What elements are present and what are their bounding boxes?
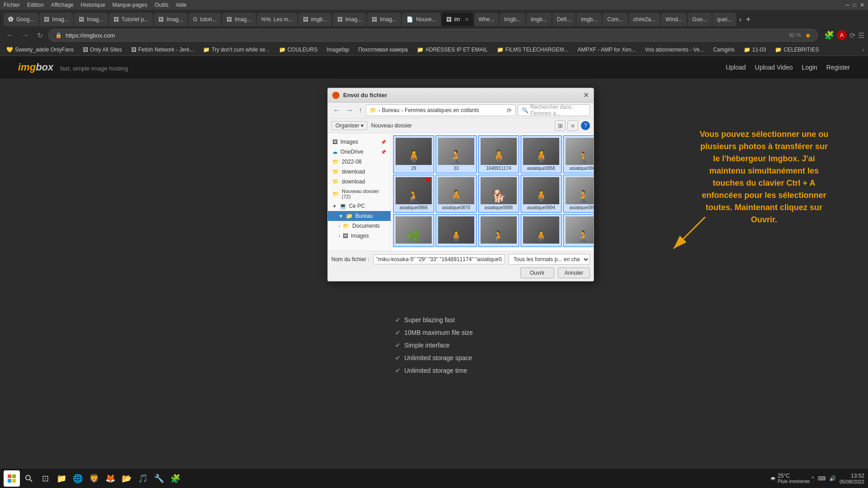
bookmark-celebrities[interactable]: 📁 CELEBRITIES bbox=[772, 46, 821, 54]
explorer-button[interactable]: 📁 bbox=[54, 471, 69, 486]
menu-aide[interactable]: Aide bbox=[176, 2, 187, 8]
tab-8[interactable]: 🖼 imgb... bbox=[298, 13, 332, 26]
image-thumb-10[interactable]: 🌿 bbox=[393, 214, 434, 247]
nav-upload[interactable]: Upload bbox=[726, 64, 745, 71]
tab-4[interactable]: 🖼 Imag... bbox=[154, 13, 188, 26]
dialog-back-button[interactable]: ← bbox=[331, 105, 342, 115]
image-thumb-14[interactable]: 🧎 bbox=[563, 214, 594, 247]
search-bar[interactable]: 🔍 Rechercher dans : Femmes a... bbox=[518, 104, 590, 116]
start-button[interactable] bbox=[4, 470, 20, 487]
browser-taskbar-button[interactable]: 🌐 bbox=[71, 471, 85, 486]
tab-5[interactable]: G tutori... bbox=[189, 13, 221, 26]
dialog-close-button[interactable]: ✕ bbox=[583, 91, 589, 99]
window-maximize[interactable]: □ bbox=[853, 2, 856, 8]
path-bar[interactable]: 📁 › Bureau › Femmes asiatiques en collan… bbox=[366, 104, 516, 116]
help-button[interactable]: ? bbox=[581, 121, 590, 130]
volume-icon[interactable]: 🔊 bbox=[829, 475, 836, 482]
search-taskbar-button[interactable] bbox=[22, 471, 36, 486]
tab-18[interactable]: Com... bbox=[603, 13, 627, 26]
organize-button[interactable]: Organiser ▾ bbox=[331, 121, 368, 130]
dialog-forward-button[interactable]: → bbox=[344, 105, 355, 115]
sidebar-download-2[interactable]: 📁 download bbox=[328, 177, 391, 187]
image-thumb-8[interactable]: 🧍 asiatique0894 bbox=[520, 174, 562, 213]
tab-2[interactable]: 🖼 Imag... bbox=[74, 13, 108, 26]
back-button[interactable]: ← bbox=[4, 30, 16, 40]
extra-button[interactable]: 🧩 bbox=[168, 471, 183, 486]
tab-10[interactable]: 🖼 Imag... bbox=[367, 13, 401, 26]
nav-register[interactable]: Register bbox=[826, 64, 850, 71]
profile-icon[interactable]: A bbox=[837, 30, 847, 40]
bookmark-ampxf[interactable]: AMPXF - AMP for Xen... bbox=[575, 46, 638, 54]
menu-affichage[interactable]: Affichage bbox=[51, 2, 74, 8]
bookmark-only-all-sites[interactable]: 🖼 Only All Sites bbox=[80, 46, 125, 54]
image-thumb-3[interactable]: 🧍 asiatique0858 bbox=[520, 135, 562, 174]
brave-button[interactable]: 🦁 bbox=[87, 471, 101, 486]
tab-overflow-icon[interactable]: › bbox=[739, 15, 741, 23]
bookmark-camgirls[interactable]: Camgirls bbox=[710, 46, 737, 54]
menu-fichier[interactable]: Fichier bbox=[4, 2, 20, 8]
tab-20[interactable]: Wind... bbox=[661, 13, 687, 26]
tab-9[interactable]: 🖼 Imag... bbox=[333, 13, 367, 26]
view-large-icon-button[interactable]: ⊞ bbox=[555, 120, 566, 131]
sidebar-onedrive[interactable]: ☁ OneDrive 📌 bbox=[328, 147, 391, 157]
image-thumb-1[interactable]: 🧎 33 bbox=[435, 135, 477, 174]
bookmark-try[interactable]: 📁 Try don't cum while se... bbox=[200, 46, 273, 54]
bookmark-vos[interactable]: Vos abonnements - Ve... bbox=[642, 46, 707, 54]
nav-upload-video[interactable]: Upload Video bbox=[755, 64, 793, 71]
sync-icon[interactable]: ⟳ bbox=[849, 31, 855, 40]
menu-edition[interactable]: Edition bbox=[27, 2, 44, 8]
tab-0[interactable]: 🅖 Goog... bbox=[4, 13, 38, 26]
image-thumb-12[interactable]: 🧎 bbox=[478, 214, 519, 247]
bookmark-fetish[interactable]: 🖼 Fetish Network - Jerk... bbox=[128, 46, 197, 54]
bookmarks-overflow[interactable]: › bbox=[862, 46, 864, 53]
bookmark-camera[interactable]: Похотливая камера bbox=[355, 46, 410, 54]
tab-7[interactable]: %% Les m... bbox=[257, 13, 297, 26]
tab-17[interactable]: imgb... bbox=[576, 13, 602, 26]
open-button[interactable]: Ouvrir bbox=[520, 267, 554, 278]
tab-1[interactable]: 🖼 Imag... bbox=[39, 13, 73, 26]
forward-button[interactable]: → bbox=[19, 30, 32, 40]
bookmark-adresses[interactable]: 📁 ADRESSES IP ET EMAIL bbox=[414, 46, 491, 54]
new-tab-button[interactable]: + bbox=[742, 15, 755, 24]
bookmark-couleurs[interactable]: 📁 COULEURS bbox=[276, 46, 321, 54]
tab-6[interactable]: 🖼 Imag... bbox=[222, 13, 256, 26]
image-thumb-7[interactable]: 🐕 asiatique0888 bbox=[478, 174, 519, 213]
window-minimize[interactable]: ─ bbox=[845, 2, 849, 8]
dialog-up-button[interactable]: ↑ bbox=[357, 105, 364, 115]
firefox-button[interactable]: 🦊 bbox=[103, 471, 118, 486]
bookmark-sweety[interactable]: 💛 Sweety_adele OnlyFans bbox=[4, 46, 76, 54]
tab-12-active[interactable]: 🖼 im ✕ bbox=[442, 13, 473, 26]
window-close[interactable]: ✕ bbox=[860, 2, 864, 8]
extensions-icon[interactable]: 🧩 bbox=[824, 30, 834, 40]
tab-13[interactable]: Whe... bbox=[474, 13, 499, 26]
tab-19[interactable]: ch#e2a... bbox=[629, 13, 660, 26]
reload-button[interactable]: ↻ bbox=[34, 30, 46, 41]
nav-login[interactable]: Login bbox=[802, 64, 817, 71]
image-thumb-11[interactable]: 🧍 bbox=[435, 214, 477, 247]
tab-21[interactable]: Goo... bbox=[688, 13, 712, 26]
image-thumb-9[interactable]: 🧎 asiatique0899 bbox=[563, 174, 594, 213]
tools-button[interactable]: 🔧 bbox=[152, 471, 166, 486]
settings-icon[interactable]: ☰ bbox=[858, 31, 864, 40]
task-view-button[interactable]: ⊡ bbox=[38, 471, 52, 486]
filemanager-button[interactable]: 📂 bbox=[119, 471, 134, 486]
sidebar-documents[interactable]: › 📁 Documents bbox=[328, 221, 391, 231]
menu-historique[interactable]: Historique bbox=[81, 2, 105, 8]
image-thumb-13[interactable]: 🧍 bbox=[520, 214, 562, 247]
tab-11[interactable]: 📄 Nouve... bbox=[402, 13, 441, 26]
image-thumb-2[interactable]: 🧍 1648911174 bbox=[478, 135, 519, 174]
tab-3[interactable]: 🖼 Tutoriel p... bbox=[109, 13, 153, 26]
bookmark-star-icon[interactable]: ★ bbox=[805, 31, 811, 40]
bookmark-1103[interactable]: 📁 11-03 bbox=[741, 46, 769, 54]
image-thumb-0[interactable]: 🧍 29 bbox=[393, 135, 434, 174]
tab-14[interactable]: Imgb... bbox=[500, 13, 525, 26]
menu-outils[interactable]: Outils bbox=[155, 2, 169, 8]
tray-arrow[interactable]: ^ bbox=[811, 475, 814, 482]
bookmark-films[interactable]: 📁 FILMS TELECHARGEM... bbox=[494, 46, 571, 54]
sidebar-images-pinned[interactable]: 🖼 Images 📌 bbox=[328, 137, 391, 147]
sidebar-download-1[interactable]: 📁 download bbox=[328, 167, 391, 177]
sidebar-nouveau-dossier[interactable]: 📁 Nouveau dossier (72) bbox=[328, 187, 391, 201]
new-folder-button[interactable]: Nouveau dossier bbox=[371, 122, 412, 129]
sidebar-images-sub[interactable]: › 🖼 Images bbox=[328, 231, 391, 241]
path-refresh-button[interactable]: ⟳ bbox=[507, 107, 512, 114]
